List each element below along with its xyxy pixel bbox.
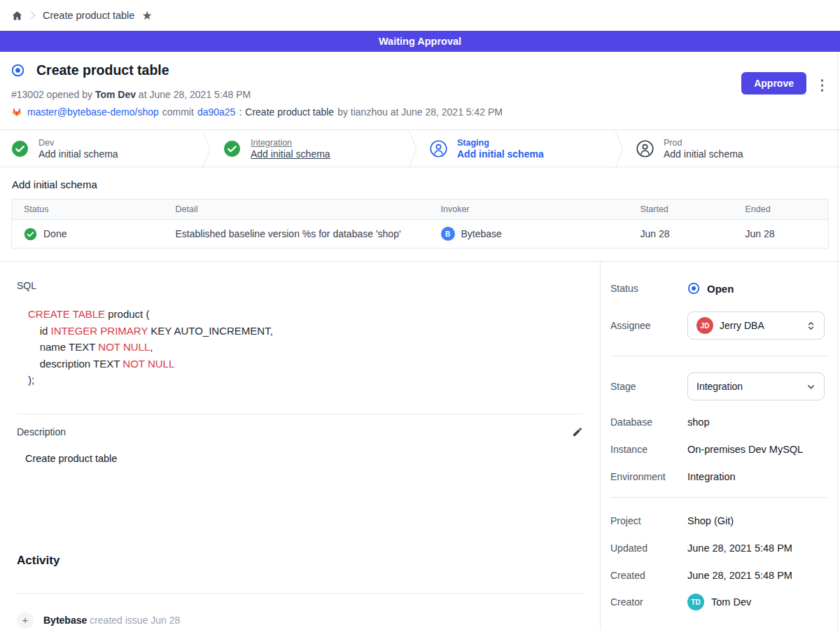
updated-value: June 28, 2021 5:48 PM	[687, 542, 792, 554]
invoker-name: Bytebase	[461, 228, 502, 239]
activity-item: + Bytebase created issue Jun 28	[17, 612, 583, 629]
stage-task-label: Add initial schema	[38, 148, 118, 160]
status-value: Open	[707, 283, 734, 295]
page-title: Create product table	[36, 62, 169, 78]
issue-header: Create product table #13002 opened by To…	[0, 52, 840, 130]
created-label: Created	[610, 570, 687, 581]
breadcrumb-current: Create product table	[43, 10, 134, 21]
activity-action: created issue Jun 28	[87, 615, 180, 626]
environment-label: Environment	[610, 471, 687, 482]
project-value: Shop (Git)	[687, 515, 734, 526]
task-ended: Jun 28	[734, 220, 829, 248]
stage-separator	[202, 130, 211, 168]
activity-actor: Bytebase	[43, 615, 87, 626]
issue-sidebar: Status Open Assignee JD Jerry DBA Stage	[601, 262, 840, 630]
person-circle-icon	[636, 140, 654, 158]
activity-title: Activity	[17, 554, 583, 568]
invoker-avatar: B	[441, 227, 455, 241]
task-started: Jun 28	[629, 220, 734, 248]
assignee-select[interactable]: JD Jerry DBA	[687, 312, 825, 340]
col-ended: Ended	[734, 200, 829, 220]
pipeline-stages: Dev Add initial schema Integration Add i…	[0, 130, 840, 167]
banner-text: Waiting Approval	[379, 36, 461, 47]
creator-value: Tom Dev	[711, 596, 751, 608]
updated-label: Updated	[610, 542, 687, 554]
check-circle-icon	[223, 140, 241, 158]
colon: :	[239, 106, 241, 118]
instance-value: On-premises Dev MySQL	[687, 444, 803, 455]
sql-label: SQL	[17, 280, 583, 291]
commit-link[interactable]: da90a25	[197, 106, 236, 118]
commit-word: commit	[162, 106, 194, 118]
assignee-value: Jerry DBA	[720, 320, 799, 331]
task-detail: Established baseline version %s for data…	[164, 220, 429, 248]
stage-value: Integration	[696, 381, 799, 392]
created-value: June 28, 2021 5:48 PM	[687, 570, 792, 581]
stage-task-label: Add initial schema	[251, 148, 330, 160]
stage-dev[interactable]: Dev Add initial schema	[0, 130, 206, 167]
stage-env-label: Integration	[251, 138, 330, 148]
instance-label: Instance	[610, 444, 687, 455]
database-value: shop	[687, 416, 709, 428]
issue-open-icon	[11, 64, 24, 77]
done-check-icon	[24, 227, 37, 241]
stage-label: Stage	[610, 381, 687, 392]
description-text: Create product table	[17, 453, 583, 464]
task-table: Status Detail Invoker Started Ended Done…	[11, 199, 829, 248]
home-icon[interactable]	[11, 10, 23, 22]
assignee-label: Assignee	[610, 320, 687, 331]
more-actions-icon[interactable]	[820, 78, 825, 93]
divider	[610, 356, 829, 356]
stage-task-label: Add initial schema	[457, 148, 544, 160]
chevron-down-icon	[805, 381, 817, 393]
stage-task-label: Add initial schema	[664, 148, 743, 160]
project-label: Project	[610, 515, 687, 526]
waiting-approval-banner: Waiting Approval	[0, 31, 840, 52]
scrollbar-track	[837, 52, 838, 630]
stage-select[interactable]: Integration	[687, 372, 825, 400]
issue-author: Tom Dev	[95, 89, 136, 100]
divider	[17, 414, 583, 414]
environment-value: Integration	[687, 471, 736, 482]
task-section-title: Add initial schema	[11, 178, 829, 190]
creator-label: Creator	[610, 596, 687, 608]
chevron-right-icon	[30, 11, 36, 20]
col-invoker: Invoker	[429, 200, 629, 220]
task-section: Add initial schema Status Detail Invoker…	[0, 167, 840, 262]
gitlab-icon	[11, 106, 22, 118]
divider	[17, 593, 583, 594]
database-label: Database	[610, 416, 687, 428]
person-circle-icon	[430, 140, 447, 158]
edit-pencil-icon[interactable]	[572, 426, 583, 438]
issue-main-column: SQL CREATE TABLE product ( id INTEGER PR…	[0, 262, 601, 630]
col-detail: Detail	[164, 200, 429, 220]
stage-separator	[408, 130, 418, 168]
status-open-icon	[687, 282, 700, 295]
stage-integration[interactable]: Integration Add initial schema	[206, 130, 413, 167]
breadcrumb: Create product table ★	[0, 0, 840, 31]
vcs-commit-line: master@bytebase-demo/shop commit da90a25…	[11, 106, 829, 118]
sort-chevrons-icon	[805, 320, 817, 332]
assignee-avatar: JD	[696, 317, 713, 334]
check-circle-icon	[11, 140, 29, 158]
issue-meta: #13002 opened by Tom Dev at June 28, 202…	[11, 89, 829, 100]
plus-icon: +	[17, 612, 34, 629]
table-row[interactable]: Done Established baseline version %s for…	[12, 220, 829, 248]
issue-id: #13002 opened by	[11, 89, 95, 100]
commit-author-time: by tianzhou at June 28, 2021 5:42 PM	[337, 106, 503, 118]
task-status: Done	[43, 228, 66, 239]
sql-code: CREATE TABLE product ( id INTEGER PRIMAR…	[17, 306, 583, 388]
stage-env-label: Dev	[38, 138, 118, 148]
divider	[610, 497, 829, 498]
commit-title: Create product table	[245, 106, 334, 118]
col-started: Started	[629, 200, 734, 220]
stage-staging[interactable]: Staging Add initial schema	[413, 130, 620, 167]
issue-opened-time: at June 28, 2021 5:48 PM	[136, 89, 251, 100]
branch-link[interactable]: master@bytebase-demo/shop	[27, 106, 159, 118]
status-label: Status	[610, 283, 687, 294]
stage-separator	[615, 130, 624, 168]
approve-button[interactable]: Approve	[741, 72, 806, 94]
favorite-star-icon[interactable]: ★	[141, 10, 152, 22]
creator-avatar: TD	[687, 594, 704, 610]
stage-prod[interactable]: Prod Add initial schema	[620, 130, 826, 167]
